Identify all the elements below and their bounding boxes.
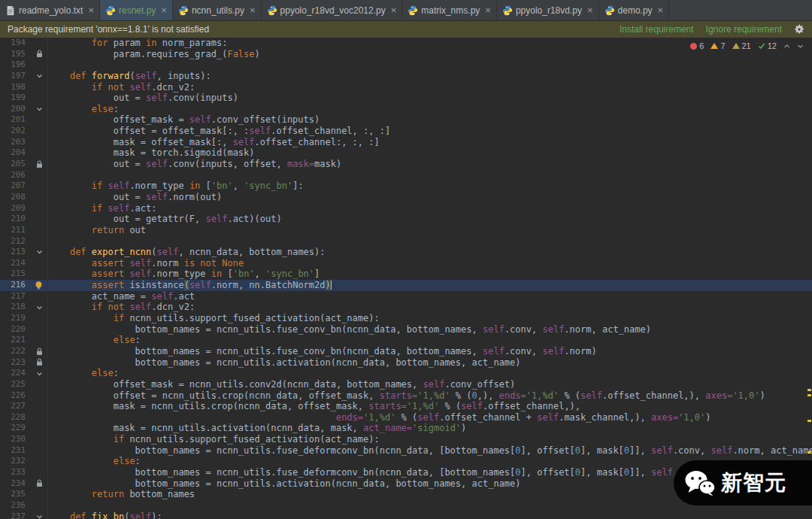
stripe-mark[interactable] <box>807 394 811 396</box>
line-number: 237 <box>0 511 26 519</box>
code-line-220[interactable]: 220 bottom_names = ncnn_utils.fuse_conv_… <box>0 324 812 335</box>
code-line-229[interactable]: 229 mask = ncnn_utils.activation(ncnn_da… <box>0 423 812 434</box>
code-line-212[interactable]: 212 <box>0 236 812 247</box>
code-line-217[interactable]: 217 act_name = self.act <box>0 291 812 302</box>
tab-close-icon[interactable]: × <box>587 5 593 15</box>
line-number: 235 <box>0 489 26 500</box>
code-line-197[interactable]: 197 def forward(self, inputs): <box>0 71 812 82</box>
fold-icon[interactable] <box>26 302 48 313</box>
tab-ncnn_utils.py[interactable]: ncnn_utils.py× <box>173 0 262 20</box>
fold-icon[interactable] <box>26 247 48 258</box>
weak-warning-count[interactable]: 21 <box>732 41 751 50</box>
code-line-223[interactable]: 223 bottom_names = ncnn_utils.activation… <box>0 357 812 369</box>
tab-resnet.py[interactable]: resnet.py× <box>100 0 173 20</box>
tab-ppyolo_r18vd.py[interactable]: ppyolo_r18vd.py× <box>497 0 599 20</box>
tab-label: demo.py <box>618 5 653 16</box>
code-line-226[interactable]: 226 offset = ncnn_utils.crop(ncnn_data, … <box>0 390 812 402</box>
code-line-201[interactable]: 201 offset_mask = self.conv_offset(input… <box>0 114 812 126</box>
lock-icon[interactable] <box>26 159 48 170</box>
line-number: 197 <box>0 71 26 82</box>
line-number: 218 <box>0 302 26 313</box>
code-area[interactable]: 194 for param in norm_params:195 param.r… <box>0 38 812 519</box>
code-line-202[interactable]: 202 offset = offset_mask[:, :self.offset… <box>0 126 812 137</box>
code-line-208[interactable]: 208 out = self.norm(out) <box>0 192 812 203</box>
code-text <box>48 59 812 71</box>
fold-icon[interactable] <box>26 511 48 519</box>
tab-close-icon[interactable]: × <box>88 5 94 15</box>
gutter-space <box>26 401 48 412</box>
fold-icon[interactable] <box>26 71 48 82</box>
code-line-198[interactable]: 198 if not self.dcn_v2: <box>0 82 812 93</box>
stripe-mark[interactable] <box>807 420 811 422</box>
tab-close-icon[interactable]: × <box>391 5 397 15</box>
gutter-space <box>26 126 48 137</box>
code-line-213[interactable]: 213 def export_ncnn(self, ncnn_data, bot… <box>0 247 812 258</box>
code-line-204[interactable]: 204 mask = torch.sigmoid(mask) <box>0 147 812 159</box>
gear-icon[interactable] <box>794 24 804 35</box>
line-number: 229 <box>0 423 26 434</box>
code-line-203[interactable]: 203 mask = offset_mask[:, self.offset_ch… <box>0 137 812 148</box>
code-line-209[interactable]: 209 if self.act: <box>0 203 812 214</box>
next-issue-icon[interactable] <box>797 43 804 50</box>
prev-issue-icon[interactable] <box>783 43 790 50</box>
code-line-214[interactable]: 214 assert self.norm is not None <box>0 258 812 269</box>
code-line-207[interactable]: 207 if self.norm_type in ['bn', 'sync_bn… <box>0 181 812 192</box>
code-line-237[interactable]: 237 def fix_bn(self): <box>0 511 812 519</box>
line-number: 216 <box>0 280 26 291</box>
inspections-widget[interactable]: 6 7 21 12 <box>688 41 806 51</box>
tab-close-icon[interactable]: × <box>250 5 256 15</box>
error-count[interactable]: 6 <box>690 41 704 50</box>
code-text: mask = offset_mask[:, self.offset_channe… <box>48 137 812 148</box>
fold-icon[interactable] <box>26 104 48 115</box>
bulb-icon[interactable] <box>26 280 48 291</box>
code-line-206[interactable]: 206 <box>0 170 812 181</box>
line-number: 205 <box>0 159 26 170</box>
code-line-221[interactable]: 221 else: <box>0 335 812 346</box>
gutter-space <box>26 324 48 335</box>
stripe-mark[interactable] <box>807 389 811 391</box>
tab-ppyolo_r18vd_voc2012.py[interactable]: ppyolo_r18vd_voc2012.py× <box>262 0 403 20</box>
error-icon <box>690 43 697 50</box>
code-line-218[interactable]: 218 if not self.dcn_v2: <box>0 302 812 313</box>
tab-label: ncnn_utils.py <box>192 5 244 16</box>
code-line-211[interactable]: 211 return out <box>0 225 812 236</box>
code-line-200[interactable]: 200 else: <box>0 104 812 115</box>
lock-icon[interactable] <box>26 346 48 357</box>
gutter-space <box>26 412 48 423</box>
tab-close-icon[interactable]: × <box>161 5 167 15</box>
tab-close-icon[interactable]: × <box>485 5 491 15</box>
code-line-228[interactable]: 228 ends='1,%d' % (self.offset_channel +… <box>0 412 812 423</box>
gutter-space <box>26 335 48 346</box>
lock-icon[interactable] <box>26 478 48 490</box>
line-number: 208 <box>0 192 26 203</box>
scrollbar-error-stripe[interactable] <box>804 38 812 519</box>
code-line-231[interactable]: 231 bottom_names = ncnn_utils.fuse_defor… <box>0 445 812 457</box>
code-line-196[interactable]: 196 <box>0 59 812 71</box>
tab-bar: readme_yolo.txt×resnet.py×ncnn_utils.py×… <box>0 0 812 21</box>
warning-count[interactable]: 7 <box>710 41 725 50</box>
ignore-requirement-link[interactable]: Ignore requirement <box>706 24 782 35</box>
code-line-230[interactable]: 230 if ncnn_utils.support_fused_activati… <box>0 434 812 445</box>
tab-demo.py[interactable]: demo.py× <box>599 0 670 20</box>
gutter-space <box>26 181 48 192</box>
code-line-216[interactable]: 216 assert isinstance(self.norm, nn.Batc… <box>0 280 812 291</box>
code-line-205[interactable]: 205 out = self.conv(inputs, offset, mask… <box>0 159 812 170</box>
install-requirement-link[interactable]: Install requirement <box>620 24 694 35</box>
lock-icon[interactable] <box>26 357 48 369</box>
code-line-222[interactable]: 222 bottom_names = ncnn_utils.fuse_conv_… <box>0 346 812 357</box>
tab-close-icon[interactable]: × <box>658 5 664 15</box>
lock-icon[interactable] <box>26 49 48 60</box>
code-line-227[interactable]: 227 mask = ncnn_utils.crop(ncnn_data, of… <box>0 401 812 412</box>
stripe-mark[interactable] <box>807 451 811 454</box>
tab-matrix_nms.py[interactable]: matrix_nms.py× <box>402 0 497 20</box>
code-line-224[interactable]: 224 else: <box>0 368 812 379</box>
code-text: assert isinstance(self.norm, nn.BatchNor… <box>48 280 812 291</box>
typo-count[interactable]: 12 <box>758 41 777 50</box>
fold-icon[interactable] <box>26 368 48 379</box>
tab-readme_yolo.txt[interactable]: readme_yolo.txt× <box>0 0 100 20</box>
code-line-199[interactable]: 199 out = self.conv(inputs) <box>0 93 812 104</box>
code-line-215[interactable]: 215 assert self.norm_type in ['bn', 'syn… <box>0 269 812 280</box>
code-line-219[interactable]: 219 if ncnn_utils.support_fused_activati… <box>0 313 812 324</box>
code-line-225[interactable]: 225 offset_mask = ncnn_utils.conv2d(ncnn… <box>0 379 812 390</box>
code-line-210[interactable]: 210 out = getattr(F, self.act)(out) <box>0 214 812 225</box>
